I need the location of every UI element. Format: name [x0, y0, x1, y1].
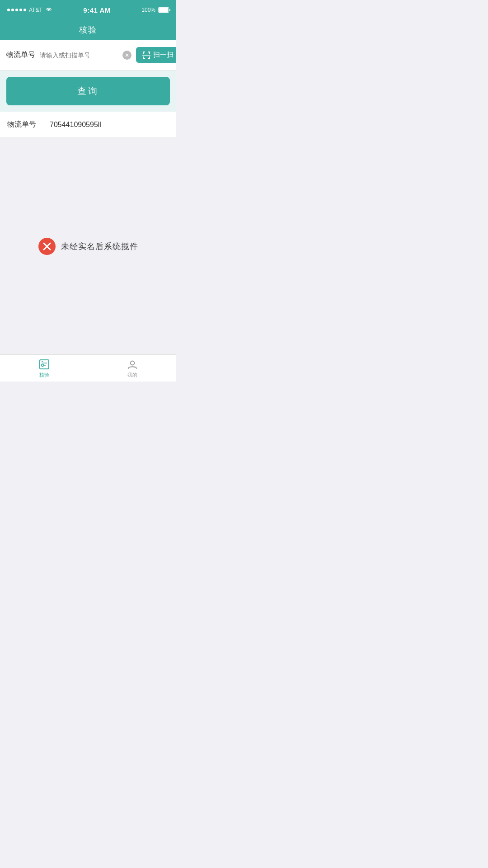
svg-rect-9	[149, 57, 150, 59]
signal-dot-4	[19, 9, 22, 11]
signal-dot-5	[23, 9, 26, 11]
svg-point-16	[41, 364, 43, 366]
result-row: 物流单号 705441090595ll	[0, 112, 176, 138]
battery-icon	[158, 7, 169, 13]
mine-tab-icon	[127, 359, 138, 370]
search-section: 物流单号	[0, 40, 176, 71]
search-label: 物流单号	[6, 50, 35, 60]
search-input-wrap	[40, 52, 131, 59]
svg-rect-14	[40, 360, 49, 369]
search-input[interactable]	[40, 52, 131, 59]
query-section: 查询	[0, 71, 176, 112]
tab-verify[interactable]: 核验	[0, 355, 88, 382]
tab-mine[interactable]: 我的	[88, 355, 176, 382]
clear-button[interactable]	[122, 51, 131, 60]
signal-dots	[7, 9, 26, 11]
status-bar: AT&T 9:41 AM 100%	[0, 0, 176, 20]
carrier-label: AT&T	[29, 7, 42, 13]
error-message: 未经实名盾系统揽件	[61, 241, 138, 252]
svg-rect-3	[143, 52, 144, 54]
nav-header: 核验	[0, 20, 176, 40]
error-area: 未经实名盾系统揽件	[0, 138, 176, 354]
tab-bar: 核验 我的	[0, 354, 176, 382]
scan-button[interactable]: 扫一扫	[136, 47, 176, 63]
svg-rect-7	[143, 57, 144, 59]
scan-icon	[142, 51, 150, 59]
verify-tab-icon	[38, 359, 50, 370]
svg-point-19	[130, 361, 134, 365]
tab-mine-label: 我的	[127, 372, 137, 378]
status-left: AT&T	[7, 6, 52, 14]
result-value: 705441090595ll	[50, 121, 101, 129]
error-icon	[38, 238, 56, 255]
query-button[interactable]: 查询	[6, 77, 170, 105]
svg-rect-10	[142, 55, 150, 56]
status-time: 9:41 AM	[83, 6, 110, 14]
tab-verify-label: 核验	[39, 372, 49, 378]
svg-rect-5	[149, 52, 150, 54]
main-content: 物流单号	[0, 40, 176, 354]
result-label: 物流单号	[7, 120, 36, 129]
signal-dot-2	[11, 9, 14, 11]
wifi-icon	[45, 6, 52, 14]
battery-percent: 100%	[141, 7, 155, 13]
status-right: 100%	[141, 7, 169, 13]
scan-label: 扫一扫	[153, 51, 174, 59]
signal-dot-3	[15, 9, 18, 11]
page-title: 核验	[79, 24, 97, 35]
signal-dot-1	[7, 9, 10, 11]
